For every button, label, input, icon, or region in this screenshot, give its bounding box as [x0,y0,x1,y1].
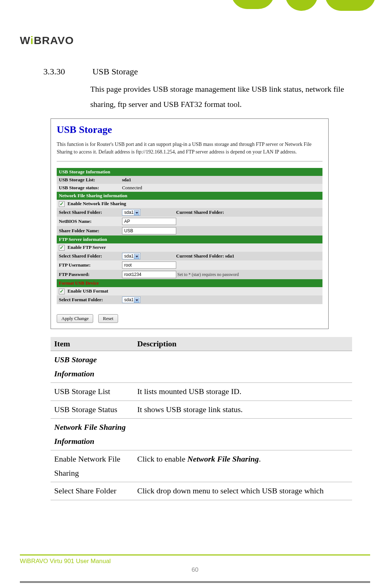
fmt-folder-label: Select Format Folder: [57,295,120,304]
fmt-folder-select[interactable]: sda1 [122,297,140,303]
ftp-enable-label: Enable FTP Server [68,245,106,250]
page-number: 60 [20,566,370,574]
netbios-input[interactable]: AP [122,218,176,225]
ftp-pass-input[interactable]: root1234 [122,271,176,278]
ss-intro: This function is for Router's USB port a… [57,140,322,156]
embedded-screenshot: USB Storage This function is for Router'… [51,118,329,329]
ss-section-format: Format USB Device [57,279,322,287]
page-footer: WiBRAVO Virtu 901 User Manual 60 [20,554,370,574]
ftp-folder-label: Select Shared Folder: [57,252,120,260]
ss-section-usb-info: USB Storage Information [57,168,322,176]
ftp-user-input[interactable]: root [122,261,176,269]
usb-list-value: sda1 [120,176,322,184]
row-usb-status: USB Storage Status [51,401,134,419]
nfs-folder-label: Select Shared Folder: [57,208,120,217]
apply-change-button[interactable]: Apply Change [57,314,93,323]
checkbox-icon[interactable] [59,201,65,207]
ftp-user-label: FTP Username: [57,260,120,270]
brand-logo: WiBRAVO [20,34,74,47]
netbios-label: NetBIOS Name: [57,217,120,226]
sharefolder-label: Share Folder Name: [57,226,120,235]
ftp-folder-select[interactable]: sda1 [122,253,140,259]
divider [57,161,322,161]
footer-bar [20,581,370,583]
fmt-enable-row: Enable USB Format [57,287,322,295]
description-table: Item Description USB Storage Information… [51,337,352,500]
nfs-folder-cell: sda1 [120,208,174,217]
ftp-pass-hint: Set to * (star) requires no password [177,272,239,277]
row-enable-nfs-desc: Click to enable Network File Sharing. [134,450,352,482]
ss-section-ftp: FTP Server information [57,235,322,243]
checkbox-icon[interactable] [59,245,65,251]
logo-rest: BRAVO [34,34,74,46]
row-usb-status-desc: It shows USB storage link status. [134,401,352,419]
row-usb-list: USB Storage List [51,383,134,401]
section-number: 3.3.30 [43,67,90,77]
ss-section-nfs: Network File Sharing information [57,192,322,200]
row-usb-info: USB Storage Information [51,351,134,383]
ss-title: USB Storage [57,124,322,135]
logo-prefix: W [20,34,30,46]
logo-accent: i [30,34,34,46]
nfs-folder-select[interactable]: sda1 [122,209,140,216]
section-title: USB Storage [92,67,138,76]
header-decoration [231,0,376,14]
row-enable-nfs: Enable Network File Sharing [51,450,134,482]
th-item: Item [51,337,134,351]
sharefolder-input[interactable]: USB [122,227,176,234]
ftp-enable-row: Enable FTP Server [57,243,322,252]
fmt-enable-label: Enable USB Format [68,288,108,294]
usb-status-label: USB Storage status: [57,184,120,192]
ftp-current-folder: Current Shared Folder: sda1 [174,252,322,260]
row-usb-list-desc: It lists mounted USB storage ID. [134,383,352,401]
ftp-pass-label: FTP Password: [57,270,120,279]
checkbox-icon[interactable] [59,289,65,294]
section-description: This page provides USB storage managemen… [90,82,358,112]
row-nfs-info: Network File Sharing Information [51,419,134,450]
usb-status-value: Connected [120,184,322,192]
row-select-folder-desc: Click drop down menu to select which USB… [134,482,352,500]
row-select-folder: Select Share Folder [51,482,134,500]
th-desc: Description [134,337,352,351]
reset-button[interactable]: Reset [98,314,118,323]
usb-list-label: USB Storage List: [57,176,120,184]
nfs-current-folder: Current Shared Folder: [174,208,322,217]
nfs-enable-row: Enable Network File Sharing [57,200,322,208]
footer-text: WiBRAVO Virtu 901 User Manual [20,558,370,565]
nfs-enable-label: Enable Network File Sharing [68,201,126,206]
section-heading: 3.3.30 USB Storage [43,67,358,77]
